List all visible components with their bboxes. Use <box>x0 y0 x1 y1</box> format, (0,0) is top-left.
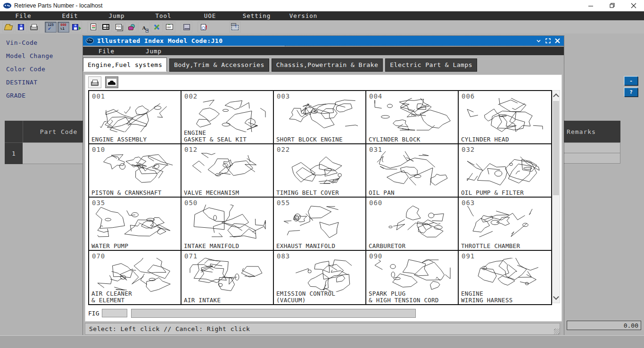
figure-cell[interactable]: 010 PISTON & CRANKSHAFT <box>89 144 182 198</box>
tab-chassis-powertrain-brake[interactable]: Chassis,Powertrain & Brake <box>272 58 383 72</box>
selection-arrow-icon <box>231 25 239 30</box>
scrollbar-thumb[interactable] <box>553 101 559 195</box>
part-illustration-icon <box>188 258 267 292</box>
figure-cell[interactable]: 050 INTAKE MANIFOLD <box>182 198 274 251</box>
sidebar: Vin-CodeModel ChangeColor CodeDESTINATGR… <box>0 33 83 102</box>
fig-description-bar <box>131 309 416 318</box>
toolbar-window-grid-button[interactable] <box>100 22 112 33</box>
figure-name: CYLINDER HEAD <box>461 136 509 143</box>
scroll-up-button[interactable] <box>553 91 560 99</box>
vertical-scrollbar[interactable] <box>552 90 560 303</box>
sidebar-item[interactable]: Color Code <box>0 63 83 76</box>
fig-input-row: FIG <box>88 308 416 318</box>
figure-cell[interactable]: 003 SHORT BLOCK ENGINE <box>274 91 366 144</box>
print-icon <box>91 82 99 86</box>
toolbar-fig-pages-button[interactable] <box>113 22 124 33</box>
panel-title-bar[interactable]: Illustrated Index Model Code:J10 <box>83 36 564 46</box>
figure-cell[interactable]: 012 VALVE MECHANISM <box>182 144 274 198</box>
part-illustration-icon <box>465 205 545 239</box>
menu-item[interactable]: UOE <box>187 12 233 19</box>
total-value-box: 0.00 <box>567 321 641 330</box>
minimize-button[interactable] <box>580 0 602 11</box>
sidebar-item[interactable]: Model Change <box>0 50 83 63</box>
part-illustration-icon <box>373 98 452 132</box>
results-table-partcode: Part Code 1 <box>5 121 94 164</box>
figure-cell[interactable]: 063 THROTTLE CHAMBER <box>459 198 551 251</box>
figure-name: SPARK PLUG & HIGH TENSION CORD <box>369 290 439 304</box>
toolbar-save-button[interactable] <box>15 22 27 33</box>
figure-cell[interactable]: 031 OIL PAN <box>366 144 459 198</box>
part-illustration-icon <box>281 98 360 132</box>
panel-menu-item[interactable]: Jump <box>130 48 177 55</box>
maximize-icon[interactable] <box>545 38 551 43</box>
bottom-bar <box>0 335 644 348</box>
fig-number-input[interactable] <box>102 309 127 317</box>
toolbar-document-alert-button[interactable] <box>198 22 209 33</box>
collapse-button[interactable]: - <box>624 76 638 85</box>
save-export-icon <box>72 24 78 30</box>
help-button[interactable]: ? <box>624 88 638 97</box>
resize-grip[interactable] <box>554 329 560 334</box>
tab-body-trim-accessories[interactable]: Body,Trim & Accessories <box>169 58 269 72</box>
figure-name: OIL PUMP & FILTER <box>461 190 524 196</box>
row-number-cell: 1 <box>5 142 23 164</box>
toolbar-notes-button[interactable] <box>87 22 99 33</box>
toolbar-tools-button[interactable] <box>151 22 163 33</box>
figure-cell[interactable]: 001 ENGINE ASSEMBLY <box>89 91 182 144</box>
menu-item[interactable]: Edit <box>47 12 93 19</box>
figure-cell[interactable]: 060 CARBURETOR <box>366 198 459 251</box>
toolbar-user-search-button[interactable] <box>125 22 137 33</box>
figure-cell[interactable]: 055 EXHAUST MANIFOLD <box>274 198 366 251</box>
document-alert-icon <box>201 24 206 30</box>
scroll-down-button[interactable] <box>553 294 560 302</box>
figure-cell[interactable]: 004 CYLINDER BLOCK <box>366 91 459 144</box>
figure-name: SHORT BLOCK ENGINE <box>276 136 343 143</box>
toolbar-print-button[interactable] <box>28 22 40 33</box>
panel-close-icon[interactable] <box>555 38 560 43</box>
figure-cell[interactable]: 002 ENGINE GASKET & SEAL KIT <box>182 91 274 144</box>
sidebar-item[interactable]: DESTINAT <box>0 76 83 89</box>
toolbar-selection-arrow-button[interactable] <box>229 22 241 33</box>
toolbar-open-file-button[interactable] <box>2 22 14 33</box>
figure-name: PISTON & CRANKSHAFT <box>91 190 162 196</box>
figure-cell[interactable]: 070 AIR CLEANER & ELEMENT <box>89 251 182 304</box>
figure-cell[interactable]: 022 TIMING BELT COVER <box>274 144 366 198</box>
close-button[interactable] <box>623 0 644 11</box>
print-figure-button[interactable] <box>88 76 101 88</box>
toolbar-clipboard-print-button[interactable] <box>181 22 192 33</box>
figure-name: EXHAUST MANIFOLD <box>276 243 335 249</box>
menu-item[interactable]: Version <box>280 12 327 19</box>
figure-cell[interactable]: 035 WATER PUMP <box>89 198 182 251</box>
panel-status-bar: Select: Left click // Cancel: Right clic… <box>85 323 560 335</box>
menu-item[interactable]: Tool <box>140 12 187 19</box>
menu-item[interactable]: Setting <box>233 12 280 19</box>
print-icon <box>30 26 38 30</box>
toolbar-save-export-button[interactable] <box>70 22 82 33</box>
vehicle-view-button[interactable] <box>105 76 118 88</box>
figure-cell[interactable]: 091 ENGINE WIRING HARNESS <box>459 251 551 304</box>
results-row-1[interactable]: 1 <box>5 142 94 164</box>
menu-item[interactable]: File <box>0 12 47 19</box>
toolbar-verify-123-button[interactable] <box>45 22 57 33</box>
figure-cell[interactable]: 071 AIR INTAKE <box>182 251 274 304</box>
menu-item[interactable]: Jump <box>93 12 140 19</box>
toolbar-renumber-001-button[interactable] <box>58 22 69 33</box>
part-illustration-icon <box>96 205 175 239</box>
figure-cell[interactable]: 032 OIL PUMP & FILTER <box>459 144 551 198</box>
tab-electric-part-lamps[interactable]: Electric Part & Lamps <box>385 58 477 72</box>
figure-cell[interactable]: 090 SPARK PLUG & HIGH TENSION CORD <box>366 251 459 304</box>
panel-menu-item[interactable]: File <box>83 48 130 55</box>
tab-engine-fuel-systems[interactable]: Engine,Fuel systems <box>83 58 167 72</box>
toolbar-font-add-button[interactable] <box>138 22 150 33</box>
toolbar-group-button[interactable] <box>164 22 175 33</box>
figure-cell[interactable]: 006 CYLINDER HEAD <box>459 91 551 144</box>
illustrated-index-window: Illustrated Index Model Code:J10 FileJum… <box>83 36 564 335</box>
sidebar-item[interactable]: GRADE <box>0 89 83 102</box>
restore-button[interactable] <box>602 0 623 11</box>
sidebar-item[interactable]: Vin-Code <box>0 36 83 50</box>
figure-name: AIR CLEANER & ELEMENT <box>91 290 132 304</box>
part-illustration-icon <box>281 205 360 239</box>
close-icon <box>631 3 636 8</box>
chevron-down-icon[interactable] <box>536 39 541 43</box>
figure-cell[interactable]: 083 EMISSION CONTROL (VACUUM) <box>274 251 366 304</box>
